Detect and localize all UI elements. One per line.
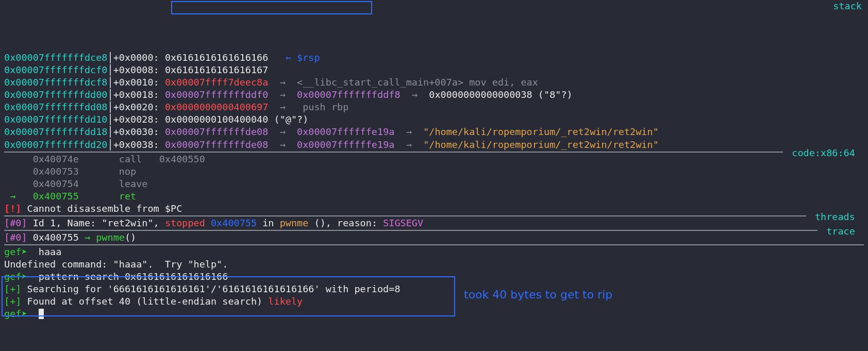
prompt-line[interactable]: gef➤ (4, 308, 864, 320)
code-row: 0x40074e call 0x400550 (4, 153, 864, 165)
output-line: [+] Searching for '6661616161616161'/'61… (4, 283, 864, 295)
code-row: 0x400753 nop (4, 165, 864, 178)
thread-row: [#0] Id 1, Name: "ret2win", stopped 0x40… (4, 217, 864, 229)
trace-section-label: trace (817, 225, 864, 238)
trace-row: [#0] 0x400755 → pwnme() (4, 231, 864, 244)
stack-row: 0x00007fffffffdd20│+0x0038: 0x00007fffff… (4, 139, 864, 151)
stack-row: 0x00007fffffffdd08│+0x0020: 0x0000000000… (4, 101, 864, 113)
section-divider (4, 152, 864, 153)
stack-row: 0x00007fffffffdd00│+0x0018: 0x00007fffff… (4, 89, 864, 101)
error-line: Undefined command: "haaa". Try "help". (4, 258, 864, 271)
stack-row: 0x00007fffffffdce8│+0x0000: 0x6161616161… (4, 52, 864, 64)
code-row-current: → 0x400755 ret (4, 190, 864, 203)
disasm-error: [!] Cannot disassemble from $PC (4, 203, 864, 215)
stack-row: 0x00007fffffffdd18│+0x0030: 0x00007fffff… (4, 126, 864, 138)
stack-row: 0x00007fffffffdcf0│+0x0008: 0x6161616161… (4, 64, 864, 76)
stack-section-label: stack (833, 0, 862, 12)
stack-row: 0x00007fffffffdcf8│+0x0010: 0x00007ffff7… (4, 76, 864, 89)
code-row: 0x400754 leave (4, 178, 864, 190)
output-line: [+] Found at offset 40 (little-endian se… (4, 295, 864, 308)
prompt-line[interactable]: gef➤ pattern search 0x6161616161616166 (4, 271, 864, 283)
terminal-output: 0x00007fffffffdce8│+0x0000: 0x6161616161… (4, 52, 864, 320)
threads-section-label: threads (806, 211, 864, 223)
cursor (39, 309, 44, 319)
rsp-highlight-box (171, 1, 372, 14)
prompt-line[interactable]: gef➤ haaa (4, 246, 864, 258)
stack-row: 0x00007fffffffdd10│+0x0028: 0x0000000100… (4, 113, 864, 126)
code-section-label: code:x86:64 (783, 147, 864, 159)
section-divider (4, 244, 864, 245)
section-divider (4, 215, 864, 216)
section-divider (4, 230, 864, 231)
